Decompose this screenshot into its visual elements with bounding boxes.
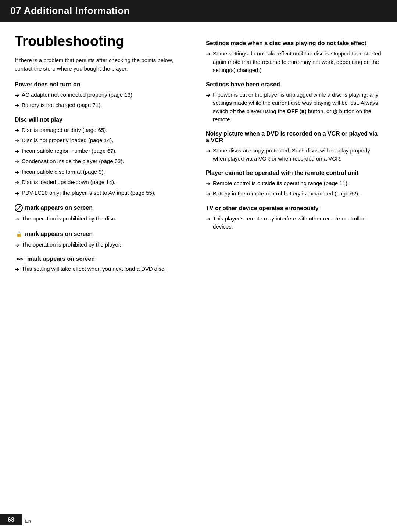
arrow-icon: ➔ [15, 126, 19, 135]
arrow-icon: ➔ [15, 241, 19, 249]
list-item: ➔ This player's remote may interfere wit… [206, 215, 382, 231]
arrow-icon: ➔ [15, 168, 19, 177]
settings-bullets: ➔ Some settings do not take effect until… [206, 50, 382, 75]
tv-bullets: ➔ This player's remote may interfere wit… [206, 215, 382, 231]
arrow-icon: ➔ [206, 50, 211, 58]
list-item: ➔ This setting will take effect when you… [15, 265, 191, 274]
remote-bullets: ➔ Remote control is outside its operatin… [206, 179, 382, 198]
dvd-icon: DVD [15, 256, 25, 262]
section-disc: Disc will not play [15, 116, 191, 123]
section-power: Power does not turn on [15, 81, 191, 88]
prohibited-icon [15, 204, 23, 212]
list-item: ➔ Incompatible region number (page 67). [15, 147, 191, 156]
section-noisy-picture: Noisy picture when a DVD is recorded on … [206, 130, 382, 144]
section-remote-control: Player cannot be operated with the remot… [206, 170, 382, 176]
list-item: ➔ AC adapter not connected properly (pag… [15, 91, 191, 100]
power-bullets: ➔ AC adapter not connected properly (pag… [15, 91, 191, 110]
language-label: En [25, 518, 31, 524]
section-settings-no-effect: Settings made when a disc was playing do… [206, 40, 382, 47]
lock-icon: 🔒 [15, 230, 23, 238]
list-item: ➔ If power is cut or the player is unplu… [206, 91, 382, 124]
list-item: ➔ The operation is prohibited by the dis… [15, 215, 191, 223]
chapter-title: 07 Additional Information [10, 5, 130, 16]
section-mark3: DVD mark appears on screen [15, 256, 191, 262]
page-number: 68 [0, 514, 22, 525]
right-column: Settings made when a disc was playing do… [206, 33, 382, 276]
list-item: ➔ Remote control is outside its operatin… [206, 179, 382, 188]
arrow-icon: ➔ [206, 180, 211, 188]
left-column: Troubleshooting If there is a problem th… [15, 33, 191, 276]
list-item: ➔ Disc is loaded upside-down (page 14). [15, 178, 191, 187]
arrow-icon: ➔ [15, 101, 19, 110]
arrow-icon: ➔ [206, 190, 211, 198]
section-settings-erased: Settings have been erased [206, 81, 382, 88]
section-mark2: 🔒 mark appears on screen [15, 230, 191, 238]
list-item: ➔ PDV-LC20 only: the player is set to AV… [15, 189, 191, 198]
arrow-icon: ➔ [206, 215, 211, 223]
arrow-icon: ➔ [206, 147, 211, 155]
erased-bullets: ➔ If power is cut or the player is unplu… [206, 91, 382, 124]
mark2-bullets: ➔ The operation is prohibited by the pla… [15, 241, 191, 249]
list-item: ➔ Incompatible disc format (page 9). [15, 168, 191, 177]
list-item: ➔ Condensation inside the player (page 6… [15, 157, 191, 166]
arrow-icon: ➔ [15, 147, 19, 156]
arrow-icon: ➔ [15, 137, 19, 145]
list-item: ➔ The operation is prohibited by the pla… [15, 241, 191, 249]
arrow-icon: ➔ [15, 179, 19, 187]
intro-text: If there is a problem that persists afte… [15, 56, 191, 73]
noisy-bullets: ➔ Some discs are copy-protected. Such di… [206, 147, 382, 163]
disc-bullets: ➔ Disc is damaged or dirty (page 65). ➔ … [15, 126, 191, 198]
arrow-icon: ➔ [15, 189, 19, 198]
list-item: ➔ Battery in the remote control battery … [206, 190, 382, 198]
header-bar: 07 Additional Information [0, 0, 397, 22]
mark3-bullets: ➔ This setting will take effect when you… [15, 265, 191, 274]
list-item: ➔ Disc is damaged or dirty (page 65). [15, 126, 191, 135]
arrow-icon: ➔ [15, 265, 19, 274]
list-item: ➔ Some discs are copy-protected. Such di… [206, 147, 382, 163]
arrow-icon: ➔ [206, 91, 211, 100]
list-item: ➔ Battery is not charged (page 71). [15, 101, 191, 110]
page-title: Troubleshooting [15, 33, 191, 49]
section-mark1: mark appears on screen [15, 204, 191, 212]
arrow-icon: ➔ [15, 158, 19, 166]
mark1-bullets: ➔ The operation is prohibited by the dis… [15, 215, 191, 223]
list-item: ➔ Disc is not properly loaded (page 14). [15, 136, 191, 145]
list-item: ➔ Some settings do not take effect until… [206, 50, 382, 75]
arrow-icon: ➔ [15, 215, 19, 223]
arrow-icon: ➔ [15, 91, 19, 100]
section-tv-device: TV or other device operates erroneously [206, 205, 382, 212]
